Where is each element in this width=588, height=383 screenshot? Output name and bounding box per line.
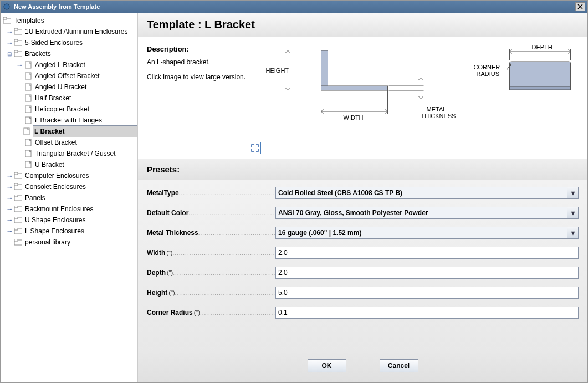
expand-icon <box>251 144 259 152</box>
depth-input[interactable] <box>275 267 579 279</box>
page-icon <box>24 83 33 91</box>
cancel-button[interactable]: Cancel <box>380 359 418 372</box>
svg-rect-46 <box>510 62 571 89</box>
folder-icon <box>14 216 23 224</box>
tree-item[interactable]: ⊸1U Extruded Aluminum Enclosures <box>1 26 137 37</box>
corner-radius-input[interactable] <box>275 307 579 319</box>
svg-point-0 <box>4 4 9 9</box>
svg-rect-35 <box>321 50 328 89</box>
expand-icon[interactable]: ⊸ <box>16 62 23 68</box>
tree-root[interactable]: Templates <box>1 15 137 26</box>
tree-item[interactable]: ⊸U Shape Enclosures <box>1 215 137 226</box>
expand-image-button[interactable] <box>249 142 261 154</box>
tree-leaf-selected[interactable]: ·L Bracket <box>1 126 137 137</box>
tree-item-brackets[interactable]: ⊟Brackets <box>1 48 137 59</box>
dialog-window: New Assembly from Template Templates ⊸1U… <box>0 0 588 383</box>
close-button[interactable] <box>575 2 585 11</box>
page-icon <box>23 127 30 135</box>
tree-item[interactable]: ⊸L Shape Enclosures <box>1 226 137 237</box>
page-icon <box>24 161 33 168</box>
row-metal-thickness: Metal Thickness.........................… <box>147 227 579 239</box>
page-icon <box>24 94 33 102</box>
title-bar: New Assembly from Template <box>1 1 587 13</box>
svg-rect-34 <box>14 239 18 241</box>
dialog-content: Templates ⊸1U Extruded Aluminum Enclosur… <box>1 13 587 382</box>
expand-icon[interactable]: ⊸ <box>6 228 13 234</box>
tree-item[interactable]: ⊸Panels <box>1 192 137 203</box>
page-icon <box>24 61 33 69</box>
description-text: An L-shaped bracket. <box>147 58 258 67</box>
description-column: Description: An L-shaped bracket. Click … <box>147 45 258 135</box>
tree-item[interactable]: ⊸Rackmount Enclosures <box>1 203 137 215</box>
tree-leaf[interactable]: ⊸Angled L Bracket <box>1 59 137 70</box>
svg-rect-36 <box>321 86 388 90</box>
folder-icon <box>14 227 23 235</box>
collapse-icon[interactable]: ⊟ <box>6 50 13 57</box>
tree-item[interactable]: ⊸5-Sided Enclosures <box>1 37 137 48</box>
dim-depth: DEPTH <box>532 45 553 50</box>
page-icon <box>24 116 33 124</box>
tree-item[interactable]: ·personal library <box>1 237 137 248</box>
tree-leaf[interactable]: ·Triangular Bracket / Gusset <box>1 148 137 159</box>
tree-leaf[interactable]: ·Angled Offset Bracket <box>1 70 137 81</box>
folder-icon <box>14 238 23 246</box>
expand-icon[interactable]: ⊸ <box>6 195 13 201</box>
row-metal-type: MetalType...............................… <box>147 187 579 199</box>
tree-leaf[interactable]: ·Half Bracket <box>1 93 137 104</box>
template-tree: Templates ⊸1U Extruded Aluminum Enclosur… <box>1 13 138 382</box>
close-icon <box>577 4 583 9</box>
tree-leaf[interactable]: ·L Bracket with Flanges <box>1 115 137 126</box>
row-depth: Depth(")................................… <box>147 267 579 279</box>
chevron-down-icon: ▾ <box>567 187 578 198</box>
description-area: Description: An L-shaped bracket. Click … <box>138 37 587 139</box>
presets-header: Presets: <box>138 159 587 180</box>
svg-rect-47 <box>510 86 571 90</box>
row-corner-radius: Corner Radius(")........................… <box>147 307 579 319</box>
presets-form: MetalType...............................… <box>138 180 587 351</box>
expand-icon[interactable]: ⊸ <box>6 183 13 190</box>
template-diagram[interactable]: HEIGHT WIDTH <box>258 45 579 135</box>
folder-icon <box>14 194 23 202</box>
expand-icon[interactable]: ⊸ <box>6 172 13 179</box>
page-icon <box>24 139 33 146</box>
template-header: Template : L Bracket <box>138 13 587 37</box>
app-icon <box>3 3 11 11</box>
metal-thickness-select[interactable]: 16 gauge (.060" | 1.52 mm) ▾ <box>275 227 579 239</box>
page-icon <box>24 150 33 157</box>
svg-rect-4 <box>3 17 7 19</box>
folder-icon <box>14 172 23 180</box>
tree-leaf[interactable]: ·Angled U Bracket <box>1 81 137 93</box>
svg-rect-10 <box>14 50 18 53</box>
row-height: Height(")...............................… <box>147 287 579 299</box>
expand-icon[interactable]: ⊸ <box>6 28 13 35</box>
tree-leaf[interactable]: ·Offset Bracket <box>1 137 137 148</box>
expand-icon[interactable]: ⊸ <box>6 217 13 223</box>
tree-leaf[interactable]: ·U Bracket <box>1 159 137 170</box>
expand-icon[interactable]: ⊸ <box>6 39 13 46</box>
chevron-down-icon: ▾ <box>567 227 578 238</box>
svg-rect-24 <box>14 183 18 186</box>
expand-icon[interactable]: ⊸ <box>6 206 13 212</box>
default-color-select[interactable]: ANSI 70 Gray, Gloss, Smooth Polyester Po… <box>275 207 579 219</box>
row-width: Width(")................................… <box>147 247 579 259</box>
page-icon <box>24 105 33 113</box>
folder-icon <box>14 50 23 58</box>
ok-button[interactable]: OK <box>308 359 346 372</box>
tree-item[interactable]: ⊸Consolet Enclosures <box>1 181 137 192</box>
presets-label: Presets: <box>147 165 579 174</box>
svg-rect-8 <box>14 39 18 42</box>
dim-thickness: METALTHICKNESS <box>421 106 456 119</box>
page-title: Template : L Bracket <box>147 18 579 31</box>
folder-icon <box>14 183 23 191</box>
height-input[interactable] <box>275 287 579 299</box>
tree-leaf[interactable]: ·Helicopter Bracket <box>1 104 137 115</box>
svg-rect-6 <box>14 28 18 30</box>
tree-item[interactable]: ⊸Computer Enclosures <box>1 170 137 181</box>
main-panel: Template : L Bracket Description: An L-s… <box>138 13 587 382</box>
svg-rect-30 <box>14 217 18 219</box>
description-hint: Click image to view large version. <box>147 73 258 82</box>
dim-height: HEIGHT <box>266 67 289 74</box>
chevron-down-icon: ▾ <box>567 207 578 218</box>
width-input[interactable] <box>275 247 579 259</box>
metal-type-select[interactable]: Cold Rolled Steel (CRS A1008 CS TP B) ▾ <box>275 187 579 199</box>
